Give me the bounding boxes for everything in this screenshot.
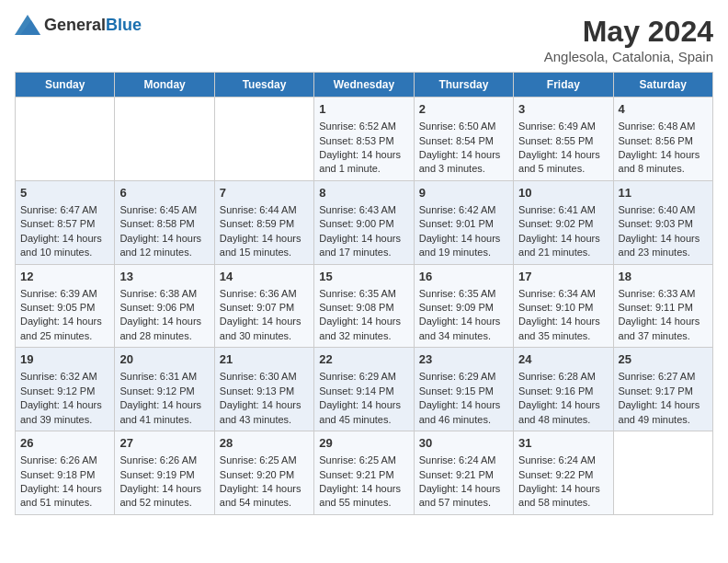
day-header-saturday: Saturday bbox=[613, 73, 712, 98]
day-info-line: Sunrise: 6:41 AM bbox=[518, 203, 608, 217]
day-info-line: Daylight: 14 hours bbox=[119, 482, 209, 496]
calendar-table: SundayMondayTuesdayWednesdayThursdayFrid… bbox=[15, 72, 713, 515]
calendar-cell: 19Sunrise: 6:32 AMSunset: 9:12 PMDayligh… bbox=[16, 348, 115, 431]
day-info-line: Sunrise: 6:33 AM bbox=[619, 287, 708, 301]
day-header-wednesday: Wednesday bbox=[314, 73, 414, 98]
calendar-cell: 14Sunrise: 6:36 AMSunset: 9:07 PMDayligh… bbox=[214, 264, 313, 348]
calendar-cell: 6Sunrise: 6:45 AMSunset: 8:58 PMDaylight… bbox=[115, 180, 214, 264]
day-info-line: Daylight: 14 hours bbox=[20, 482, 109, 496]
day-info-line: Sunrise: 6:25 AM bbox=[220, 454, 309, 467]
logo-text-blue: Blue bbox=[106, 16, 142, 34]
day-info-line: Sunset: 9:00 PM bbox=[319, 217, 408, 231]
calendar-cell bbox=[613, 431, 712, 515]
day-number: 25 bbox=[619, 351, 708, 368]
week-row-2: 5Sunrise: 6:47 AMSunset: 8:57 PMDaylight… bbox=[16, 180, 713, 264]
day-info-line: Sunset: 8:55 PM bbox=[518, 134, 608, 148]
day-info-line: Daylight: 14 hours bbox=[220, 315, 309, 328]
day-info-line: Sunrise: 6:35 AM bbox=[319, 287, 408, 301]
day-number: 9 bbox=[419, 185, 508, 201]
day-info-line: Daylight: 14 hours bbox=[119, 315, 209, 328]
day-info-line: Sunrise: 6:26 AM bbox=[20, 454, 109, 467]
day-info-line: Sunset: 9:12 PM bbox=[20, 385, 109, 398]
day-number: 24 bbox=[518, 351, 608, 368]
calendar-cell: 5Sunrise: 6:47 AMSunset: 8:57 PMDaylight… bbox=[16, 180, 115, 264]
day-info-line: and 5 minutes. bbox=[518, 162, 608, 176]
day-number: 15 bbox=[319, 269, 408, 285]
calendar-cell: 3Sunrise: 6:49 AMSunset: 8:55 PMDaylight… bbox=[514, 98, 613, 181]
day-info-line: and 3 minutes. bbox=[419, 162, 508, 176]
day-info-line: Sunset: 8:57 PM bbox=[20, 217, 109, 231]
day-info-line: Sunrise: 6:40 AM bbox=[619, 203, 708, 217]
day-info-line: Sunrise: 6:30 AM bbox=[220, 370, 309, 384]
day-info-line: Sunset: 9:19 PM bbox=[119, 468, 209, 482]
day-info-line: Sunset: 9:16 PM bbox=[518, 385, 608, 398]
day-info-line: and 54 minutes. bbox=[220, 496, 309, 510]
day-number: 16 bbox=[419, 269, 508, 285]
day-info-line: Sunrise: 6:31 AM bbox=[119, 370, 209, 384]
day-info-line: Sunrise: 6:28 AM bbox=[518, 370, 608, 384]
day-number: 10 bbox=[518, 185, 608, 201]
day-info-line: Sunrise: 6:24 AM bbox=[518, 454, 608, 467]
calendar-cell: 8Sunrise: 6:43 AMSunset: 9:00 PMDaylight… bbox=[314, 180, 414, 264]
day-info-line: and 12 minutes. bbox=[119, 246, 209, 259]
week-row-3: 12Sunrise: 6:39 AMSunset: 9:05 PMDayligh… bbox=[16, 264, 713, 348]
day-info-line: Sunset: 8:56 PM bbox=[619, 134, 708, 148]
day-info-line: Daylight: 14 hours bbox=[419, 482, 508, 496]
day-info-line: and 19 minutes. bbox=[419, 246, 508, 259]
day-number: 17 bbox=[518, 269, 608, 285]
day-info-line: Sunrise: 6:38 AM bbox=[119, 287, 209, 301]
title-area: May 2024 Anglesola, Catalonia, Spain bbox=[544, 15, 713, 64]
day-info-line: Daylight: 14 hours bbox=[419, 315, 508, 328]
day-info-line: and 32 minutes. bbox=[319, 329, 408, 343]
day-number: 1 bbox=[319, 101, 408, 118]
day-info-line: Sunrise: 6:32 AM bbox=[20, 370, 109, 384]
day-info-line: Sunrise: 6:35 AM bbox=[419, 287, 508, 301]
day-info-line: Sunset: 8:54 PM bbox=[419, 134, 508, 148]
day-info-line: Sunset: 9:12 PM bbox=[119, 385, 209, 398]
day-info-line: and 15 minutes. bbox=[220, 246, 309, 259]
day-header-tuesday: Tuesday bbox=[214, 73, 313, 98]
day-info-line: Daylight: 14 hours bbox=[220, 482, 309, 496]
calendar-cell: 15Sunrise: 6:35 AMSunset: 9:08 PMDayligh… bbox=[314, 264, 414, 348]
day-info-line: Sunset: 9:20 PM bbox=[220, 468, 309, 482]
calendar-cell: 12Sunrise: 6:39 AMSunset: 9:05 PMDayligh… bbox=[16, 264, 115, 348]
day-info-line: Sunset: 9:22 PM bbox=[518, 468, 608, 482]
day-info-line: Sunset: 9:03 PM bbox=[619, 217, 708, 231]
day-info-line: Sunrise: 6:50 AM bbox=[419, 120, 508, 133]
day-info-line: and 39 minutes. bbox=[20, 413, 109, 427]
day-number: 5 bbox=[20, 185, 109, 201]
day-info-line: Sunset: 9:15 PM bbox=[419, 385, 508, 398]
day-info-line: Sunset: 9:07 PM bbox=[220, 301, 309, 315]
day-number: 18 bbox=[619, 269, 708, 285]
calendar-cell bbox=[214, 98, 313, 181]
day-number: 21 bbox=[220, 351, 309, 368]
day-number: 27 bbox=[119, 435, 209, 452]
day-info-line: Daylight: 14 hours bbox=[119, 398, 209, 412]
day-number: 2 bbox=[419, 101, 508, 118]
day-info-line: Sunrise: 6:29 AM bbox=[319, 370, 408, 384]
week-row-5: 26Sunrise: 6:26 AMSunset: 9:18 PMDayligh… bbox=[16, 431, 713, 515]
day-info-line: and 58 minutes. bbox=[518, 496, 608, 510]
day-info-line: Sunset: 9:02 PM bbox=[518, 217, 608, 231]
day-info-line: Sunrise: 6:39 AM bbox=[20, 287, 109, 301]
day-header-friday: Friday bbox=[514, 73, 613, 98]
day-info-line: Sunset: 9:09 PM bbox=[419, 301, 508, 315]
day-info-line: Sunset: 9:21 PM bbox=[319, 468, 408, 482]
day-info-line: Daylight: 14 hours bbox=[319, 482, 408, 496]
day-info-line: and 41 minutes. bbox=[119, 413, 209, 427]
day-info-line: Daylight: 14 hours bbox=[20, 315, 109, 328]
day-info-line: Sunrise: 6:34 AM bbox=[518, 287, 608, 301]
day-header-thursday: Thursday bbox=[414, 73, 513, 98]
calendar-cell: 13Sunrise: 6:38 AMSunset: 9:06 PMDayligh… bbox=[115, 264, 214, 348]
calendar-cell: 17Sunrise: 6:34 AMSunset: 9:10 PMDayligh… bbox=[514, 264, 613, 348]
day-info-line: Sunrise: 6:47 AM bbox=[20, 203, 109, 217]
day-info-line: Sunrise: 6:26 AM bbox=[119, 454, 209, 467]
day-info-line: and 8 minutes. bbox=[619, 162, 708, 176]
day-info-line: Sunset: 8:58 PM bbox=[119, 217, 209, 231]
calendar-cell: 11Sunrise: 6:40 AMSunset: 9:03 PMDayligh… bbox=[613, 180, 712, 264]
day-header-sunday: Sunday bbox=[16, 73, 115, 98]
day-info-line: Daylight: 14 hours bbox=[518, 232, 608, 246]
day-info-line: Sunset: 9:11 PM bbox=[619, 301, 708, 315]
day-info-line: Daylight: 14 hours bbox=[518, 482, 608, 496]
day-info-line: and 17 minutes. bbox=[319, 246, 408, 259]
